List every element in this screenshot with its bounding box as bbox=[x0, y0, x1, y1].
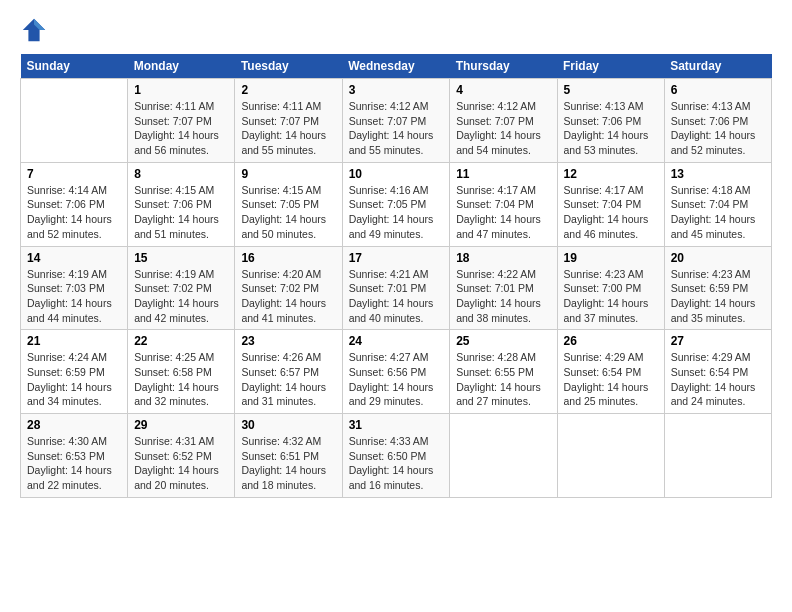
calendar-cell: 12Sunrise: 4:17 AMSunset: 7:04 PMDayligh… bbox=[557, 162, 664, 246]
day-number: 1 bbox=[134, 83, 228, 97]
day-info: Sunrise: 4:17 AMSunset: 7:04 PMDaylight:… bbox=[564, 184, 649, 240]
calendar-body: 1Sunrise: 4:11 AMSunset: 7:07 PMDaylight… bbox=[21, 79, 772, 498]
calendar-cell: 21Sunrise: 4:24 AMSunset: 6:59 PMDayligh… bbox=[21, 330, 128, 414]
calendar-cell bbox=[664, 414, 771, 498]
logo-icon bbox=[20, 16, 48, 44]
day-info: Sunrise: 4:11 AMSunset: 7:07 PMDaylight:… bbox=[134, 100, 219, 156]
day-number: 15 bbox=[134, 251, 228, 265]
day-info: Sunrise: 4:20 AMSunset: 7:02 PMDaylight:… bbox=[241, 268, 326, 324]
day-number: 31 bbox=[349, 418, 444, 432]
day-number: 18 bbox=[456, 251, 550, 265]
calendar-cell: 11Sunrise: 4:17 AMSunset: 7:04 PMDayligh… bbox=[450, 162, 557, 246]
day-info: Sunrise: 4:24 AMSunset: 6:59 PMDaylight:… bbox=[27, 351, 112, 407]
calendar-cell: 3Sunrise: 4:12 AMSunset: 7:07 PMDaylight… bbox=[342, 79, 450, 163]
day-number: 12 bbox=[564, 167, 658, 181]
day-info: Sunrise: 4:16 AMSunset: 7:05 PMDaylight:… bbox=[349, 184, 434, 240]
day-info: Sunrise: 4:33 AMSunset: 6:50 PMDaylight:… bbox=[349, 435, 434, 491]
day-info: Sunrise: 4:29 AMSunset: 6:54 PMDaylight:… bbox=[671, 351, 756, 407]
calendar-cell: 23Sunrise: 4:26 AMSunset: 6:57 PMDayligh… bbox=[235, 330, 342, 414]
day-number: 9 bbox=[241, 167, 335, 181]
week-row-5: 28Sunrise: 4:30 AMSunset: 6:53 PMDayligh… bbox=[21, 414, 772, 498]
day-header-friday: Friday bbox=[557, 54, 664, 79]
calendar-table: SundayMondayTuesdayWednesdayThursdayFrid… bbox=[20, 54, 772, 498]
day-header-saturday: Saturday bbox=[664, 54, 771, 79]
day-number: 21 bbox=[27, 334, 121, 348]
calendar-cell: 27Sunrise: 4:29 AMSunset: 6:54 PMDayligh… bbox=[664, 330, 771, 414]
calendar-cell: 30Sunrise: 4:32 AMSunset: 6:51 PMDayligh… bbox=[235, 414, 342, 498]
day-number: 29 bbox=[134, 418, 228, 432]
day-info: Sunrise: 4:15 AMSunset: 7:06 PMDaylight:… bbox=[134, 184, 219, 240]
week-row-4: 21Sunrise: 4:24 AMSunset: 6:59 PMDayligh… bbox=[21, 330, 772, 414]
logo bbox=[20, 16, 52, 44]
day-info: Sunrise: 4:13 AMSunset: 7:06 PMDaylight:… bbox=[564, 100, 649, 156]
day-info: Sunrise: 4:18 AMSunset: 7:04 PMDaylight:… bbox=[671, 184, 756, 240]
calendar-cell: 26Sunrise: 4:29 AMSunset: 6:54 PMDayligh… bbox=[557, 330, 664, 414]
day-number: 2 bbox=[241, 83, 335, 97]
day-number: 24 bbox=[349, 334, 444, 348]
day-number: 13 bbox=[671, 167, 765, 181]
calendar-cell: 17Sunrise: 4:21 AMSunset: 7:01 PMDayligh… bbox=[342, 246, 450, 330]
day-number: 27 bbox=[671, 334, 765, 348]
calendar-cell: 4Sunrise: 4:12 AMSunset: 7:07 PMDaylight… bbox=[450, 79, 557, 163]
day-header-wednesday: Wednesday bbox=[342, 54, 450, 79]
day-header-monday: Monday bbox=[128, 54, 235, 79]
day-number: 11 bbox=[456, 167, 550, 181]
day-number: 30 bbox=[241, 418, 335, 432]
days-header-row: SundayMondayTuesdayWednesdayThursdayFrid… bbox=[21, 54, 772, 79]
day-number: 8 bbox=[134, 167, 228, 181]
calendar-cell: 8Sunrise: 4:15 AMSunset: 7:06 PMDaylight… bbox=[128, 162, 235, 246]
day-number: 26 bbox=[564, 334, 658, 348]
day-info: Sunrise: 4:11 AMSunset: 7:07 PMDaylight:… bbox=[241, 100, 326, 156]
day-number: 28 bbox=[27, 418, 121, 432]
day-number: 23 bbox=[241, 334, 335, 348]
calendar-cell: 31Sunrise: 4:33 AMSunset: 6:50 PMDayligh… bbox=[342, 414, 450, 498]
day-number: 10 bbox=[349, 167, 444, 181]
calendar-cell: 2Sunrise: 4:11 AMSunset: 7:07 PMDaylight… bbox=[235, 79, 342, 163]
day-header-thursday: Thursday bbox=[450, 54, 557, 79]
calendar-cell: 6Sunrise: 4:13 AMSunset: 7:06 PMDaylight… bbox=[664, 79, 771, 163]
calendar-cell: 16Sunrise: 4:20 AMSunset: 7:02 PMDayligh… bbox=[235, 246, 342, 330]
calendar-header: SundayMondayTuesdayWednesdayThursdayFrid… bbox=[21, 54, 772, 79]
day-info: Sunrise: 4:29 AMSunset: 6:54 PMDaylight:… bbox=[564, 351, 649, 407]
calendar-cell: 22Sunrise: 4:25 AMSunset: 6:58 PMDayligh… bbox=[128, 330, 235, 414]
day-number: 20 bbox=[671, 251, 765, 265]
calendar-cell: 24Sunrise: 4:27 AMSunset: 6:56 PMDayligh… bbox=[342, 330, 450, 414]
day-number: 17 bbox=[349, 251, 444, 265]
day-number: 3 bbox=[349, 83, 444, 97]
day-number: 22 bbox=[134, 334, 228, 348]
day-number: 7 bbox=[27, 167, 121, 181]
day-number: 4 bbox=[456, 83, 550, 97]
calendar-cell: 1Sunrise: 4:11 AMSunset: 7:07 PMDaylight… bbox=[128, 79, 235, 163]
calendar-cell: 28Sunrise: 4:30 AMSunset: 6:53 PMDayligh… bbox=[21, 414, 128, 498]
day-header-tuesday: Tuesday bbox=[235, 54, 342, 79]
day-info: Sunrise: 4:17 AMSunset: 7:04 PMDaylight:… bbox=[456, 184, 541, 240]
day-info: Sunrise: 4:32 AMSunset: 6:51 PMDaylight:… bbox=[241, 435, 326, 491]
day-number: 16 bbox=[241, 251, 335, 265]
day-info: Sunrise: 4:12 AMSunset: 7:07 PMDaylight:… bbox=[456, 100, 541, 156]
day-info: Sunrise: 4:28 AMSunset: 6:55 PMDaylight:… bbox=[456, 351, 541, 407]
day-info: Sunrise: 4:26 AMSunset: 6:57 PMDaylight:… bbox=[241, 351, 326, 407]
calendar-cell: 10Sunrise: 4:16 AMSunset: 7:05 PMDayligh… bbox=[342, 162, 450, 246]
week-row-1: 1Sunrise: 4:11 AMSunset: 7:07 PMDaylight… bbox=[21, 79, 772, 163]
day-info: Sunrise: 4:19 AMSunset: 7:02 PMDaylight:… bbox=[134, 268, 219, 324]
day-info: Sunrise: 4:13 AMSunset: 7:06 PMDaylight:… bbox=[671, 100, 756, 156]
day-info: Sunrise: 4:19 AMSunset: 7:03 PMDaylight:… bbox=[27, 268, 112, 324]
calendar-cell bbox=[557, 414, 664, 498]
calendar-cell: 9Sunrise: 4:15 AMSunset: 7:05 PMDaylight… bbox=[235, 162, 342, 246]
calendar-cell: 13Sunrise: 4:18 AMSunset: 7:04 PMDayligh… bbox=[664, 162, 771, 246]
day-info: Sunrise: 4:23 AMSunset: 6:59 PMDaylight:… bbox=[671, 268, 756, 324]
day-info: Sunrise: 4:27 AMSunset: 6:56 PMDaylight:… bbox=[349, 351, 434, 407]
day-info: Sunrise: 4:21 AMSunset: 7:01 PMDaylight:… bbox=[349, 268, 434, 324]
day-info: Sunrise: 4:12 AMSunset: 7:07 PMDaylight:… bbox=[349, 100, 434, 156]
calendar-cell: 25Sunrise: 4:28 AMSunset: 6:55 PMDayligh… bbox=[450, 330, 557, 414]
day-number: 14 bbox=[27, 251, 121, 265]
day-info: Sunrise: 4:23 AMSunset: 7:00 PMDaylight:… bbox=[564, 268, 649, 324]
calendar-cell: 7Sunrise: 4:14 AMSunset: 7:06 PMDaylight… bbox=[21, 162, 128, 246]
day-number: 19 bbox=[564, 251, 658, 265]
day-number: 6 bbox=[671, 83, 765, 97]
day-info: Sunrise: 4:22 AMSunset: 7:01 PMDaylight:… bbox=[456, 268, 541, 324]
calendar-cell bbox=[21, 79, 128, 163]
calendar-cell: 20Sunrise: 4:23 AMSunset: 6:59 PMDayligh… bbox=[664, 246, 771, 330]
calendar-cell: 14Sunrise: 4:19 AMSunset: 7:03 PMDayligh… bbox=[21, 246, 128, 330]
calendar-cell: 19Sunrise: 4:23 AMSunset: 7:00 PMDayligh… bbox=[557, 246, 664, 330]
